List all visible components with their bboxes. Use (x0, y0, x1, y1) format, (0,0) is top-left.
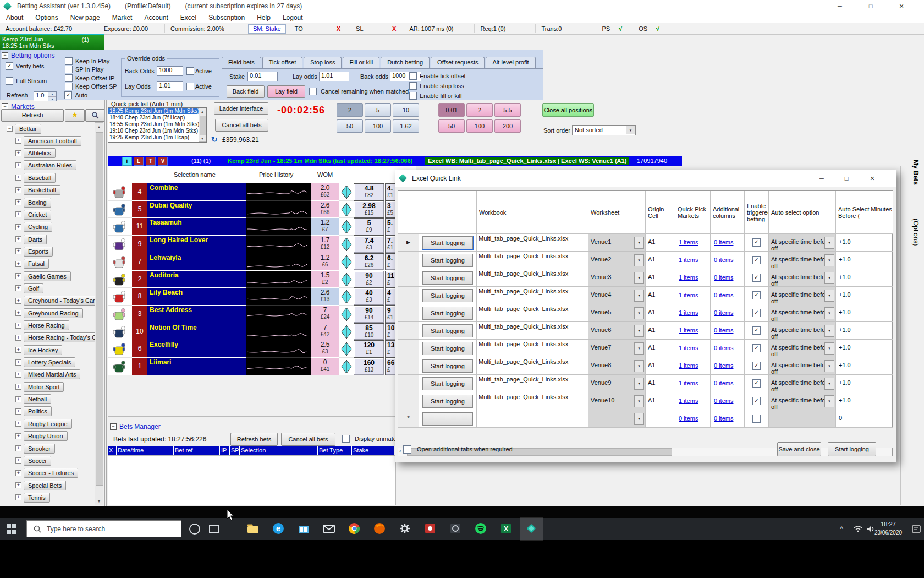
origin-cell[interactable]: A1 (646, 287, 675, 304)
menu-new-page[interactable]: New page (64, 14, 106, 21)
expand-icon[interactable]: + (15, 421, 21, 427)
collapse-icon[interactable]: − (7, 126, 13, 132)
diamond-icon[interactable] (339, 358, 354, 375)
back-price-cell[interactable]: 4.8£82 (354, 183, 384, 201)
back-price-cell[interactable]: 90£14 (354, 306, 384, 323)
preset-pink-200[interactable]: 200 (494, 119, 521, 133)
worksheet-select-dropdown-icon[interactable]: ▼ (634, 360, 644, 372)
origin-cell[interactable]: A1 (646, 269, 675, 287)
qp-scroll-down-icon[interactable]: ▼ (199, 135, 206, 142)
enable-triggered-betting-checkbox[interactable]: ✓ (752, 309, 761, 317)
preset-gray-100[interactable]: 100 (365, 119, 391, 133)
enable-stop-loss-checkbox[interactable] (409, 82, 417, 90)
additional-columns-cell-link[interactable]: 0 items (714, 309, 733, 316)
scroll-down-icon[interactable]: ▼ (95, 497, 103, 506)
runner-name[interactable]: Dubai Quality (147, 201, 246, 219)
market-tab[interactable]: Kemp 23rd Jun 18:25 1m Mdn Stks (1) (0, 34, 105, 50)
markets-tree-scrollbar[interactable]: ▲ ▼ (95, 122, 103, 505)
expand-icon[interactable]: + (15, 323, 21, 329)
start-logging-button[interactable]: Start logging (422, 377, 473, 390)
expand-icon[interactable]: + (15, 335, 21, 341)
auto-select-option[interactable]: At specific time before off▼ (769, 340, 836, 357)
preset-gray-50[interactable]: 50 (337, 119, 363, 133)
preset-gray-2[interactable]: 2 (337, 103, 363, 117)
l-button[interactable]: L (134, 157, 144, 166)
tab-stop-loss[interactable]: Stop loss (304, 57, 342, 69)
auto-select-option[interactable]: At specific time before off▼ (769, 375, 836, 392)
workbook-cell[interactable]: Multi_tab_page_Quick_Links.xlsx (477, 287, 588, 304)
expand-icon[interactable]: + (15, 384, 21, 390)
expand-icon[interactable]: + (15, 138, 21, 144)
sidebar-item-australian-rules[interactable]: +Australian Rules (15, 160, 76, 172)
minutes-cell[interactable]: +1.0 (836, 392, 893, 410)
diamond-icon[interactable] (339, 253, 354, 271)
start-logging-button[interactable]: Start logging (422, 289, 473, 302)
back-odds-active-checkbox[interactable] (186, 67, 194, 75)
stake-input[interactable]: 0.01 (248, 72, 278, 81)
quick-pick-markets-cell-link[interactable]: 1 items (679, 345, 698, 351)
origin-cell[interactable]: A1 (646, 375, 675, 392)
menu-about[interactable]: About (0, 14, 29, 21)
quick-pick-link-empty[interactable]: 0 items (679, 415, 698, 422)
sidebar-item-politics[interactable]: +Politics (15, 406, 52, 418)
worksheet-select-dropdown-icon[interactable]: ▼ (634, 254, 644, 266)
auto-select-option-dropdown-icon[interactable]: ▼ (824, 237, 834, 249)
additional-columns-cell-link[interactable]: 0 items (714, 380, 733, 386)
start-logging-button[interactable]: Start logging (422, 307, 473, 320)
hscroll-left-icon[interactable]: ‹ (399, 448, 402, 454)
workbook-cell[interactable]: Multi_tab_page_Quick_Links.xlsx (477, 340, 588, 357)
sidebar-item-tennis[interactable]: +Tennis (15, 492, 50, 504)
task-view-icon[interactable] (209, 525, 219, 533)
workbook-cell[interactable]: Multi_tab_page_Quick_Links.xlsx (477, 269, 588, 287)
auto-select-option-dropdown-icon[interactable]: ▼ (824, 342, 834, 355)
start-logging-button[interactable]: Start logging (422, 359, 473, 373)
auto-select-option-dropdown-icon[interactable]: ▼ (824, 360, 834, 372)
quick-pick-item-4[interactable]: 19:25 Kemp 23rd Jun (1m Hcap) (108, 134, 206, 141)
auto-select-option[interactable]: At specific time before off▼ (769, 287, 836, 304)
lay-odds-input[interactable]: 1.01 (319, 72, 349, 81)
minutes-cell[interactable]: +1.0 (836, 287, 893, 304)
tab-tick-offset[interactable]: Tick offset (262, 57, 303, 69)
additional-columns-cell-link[interactable]: 0 items (714, 327, 733, 334)
expand-icon[interactable]: + (15, 236, 21, 242)
sidebar-item-netball[interactable]: +Netball (15, 394, 51, 405)
keep-offset-sp-checkbox[interactable] (65, 83, 73, 90)
origin-cell[interactable]: A1 (646, 322, 675, 340)
verify-bets-checkbox[interactable]: ✓ (6, 62, 13, 70)
diamond-icon[interactable] (339, 218, 354, 236)
minutes-cell[interactable]: +1.0 (836, 357, 893, 375)
auto-select-empty[interactable] (769, 410, 836, 428)
preset-gray-5[interactable]: 5 (365, 103, 391, 117)
lay-odds-active-checkbox[interactable] (186, 83, 194, 90)
diamond-icon[interactable] (339, 306, 354, 323)
minutes-cell[interactable]: +1.0 (836, 234, 893, 252)
maximize-icon[interactable]: □ (862, 0, 879, 12)
network-icon[interactable] (854, 525, 862, 547)
enable-triggered-betting-checkbox[interactable]: ✓ (752, 256, 761, 264)
worksheet-select[interactable]: Venue1▼ (588, 234, 646, 252)
dialog-close-icon[interactable]: × (864, 172, 881, 184)
quick-pick-markets-cell-link[interactable]: 1 items (679, 327, 698, 334)
expand-icon[interactable]: + (15, 211, 21, 217)
minutes-cell[interactable]: +1.0 (836, 375, 893, 392)
menu-market[interactable]: Market (106, 14, 139, 21)
tab-field-bets[interactable]: Field bets (222, 57, 261, 69)
sidebar-item-baseball[interactable]: +Baseball (15, 172, 56, 184)
taskbar-app-edge-icon[interactable]: e (272, 522, 286, 536)
runner-name[interactable]: Lily Beach (147, 288, 246, 306)
quick-pick-markets-cell-link[interactable]: 1 items (679, 239, 698, 246)
additional-columns-cell-link[interactable]: 0 items (714, 292, 733, 298)
sidebar-item-soccer[interactable]: +Soccer (15, 455, 51, 467)
expand-icon[interactable]: + (15, 199, 21, 205)
sidebar-item-motor-sport[interactable]: +Motor Sport (15, 381, 64, 393)
taskbar-app-betting-assistant-icon[interactable] (525, 522, 539, 536)
taskbar-app-spotify-icon[interactable] (474, 522, 488, 536)
minutes-cell[interactable]: +1.0 (836, 269, 893, 287)
expand-icon[interactable]: + (15, 310, 21, 316)
origin-cell[interactable]: A1 (646, 392, 675, 410)
expand-icon[interactable]: + (15, 298, 21, 304)
sidebar-item-lottery-specials[interactable]: +Lottery Specials (15, 357, 75, 368)
menu-excel[interactable]: Excel (174, 14, 202, 21)
quick-pick-item-3[interactable]: 19:10 Chep 23rd Jun (1m Mdn Stks) (108, 128, 206, 134)
additional-columns-cell-link[interactable]: 0 items (714, 239, 733, 246)
